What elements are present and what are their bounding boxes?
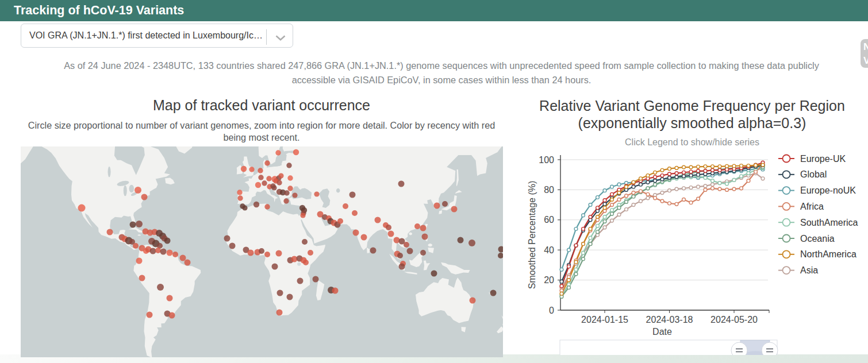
svg-text:NorthAmerica: NorthAmerica: [800, 249, 857, 259]
svg-text:Africa: Africa: [800, 202, 824, 211]
svg-text:80: 80: [544, 185, 554, 195]
svg-text:100: 100: [539, 155, 554, 165]
svg-text:Global: Global: [800, 169, 827, 179]
svg-text:0: 0: [549, 306, 554, 315]
svg-text:60: 60: [544, 215, 554, 225]
svg-text:2024-03-18: 2024-03-18: [646, 315, 693, 325]
svg-text:Europe-noUK: Europe-noUK: [800, 186, 856, 195]
svg-text:2024-01-15: 2024-01-15: [581, 315, 628, 325]
svg-text:Date: Date: [652, 327, 672, 337]
svg-text:Smoothed Percentage (%): Smoothed Percentage (%): [527, 181, 537, 289]
svg-text:20: 20: [544, 275, 554, 285]
svg-text:2024-05-20: 2024-05-20: [710, 315, 758, 325]
svg-text:40: 40: [544, 245, 554, 255]
svg-text:SouthAmerica: SouthAmerica: [800, 218, 858, 227]
svg-text:Europe-UK: Europe-UK: [800, 154, 846, 164]
svg-text:Asia: Asia: [800, 265, 818, 275]
svg-text:Oceania: Oceania: [800, 234, 835, 244]
